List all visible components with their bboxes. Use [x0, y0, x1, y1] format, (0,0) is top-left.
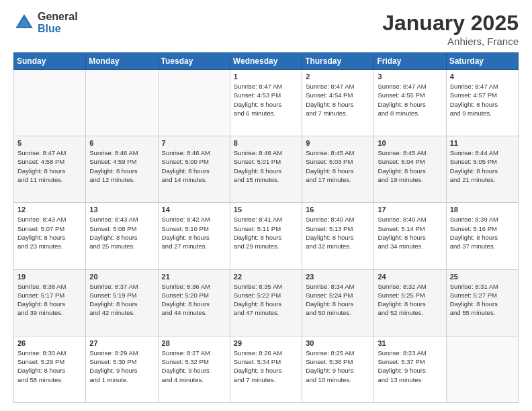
calendar-week-row: 12Sunrise: 8:43 AM Sunset: 5:07 PM Dayli… [14, 203, 519, 269]
day-info: Sunrise: 8:41 AM Sunset: 5:11 PM Dayligh… [234, 215, 298, 250]
day-number: 14 [162, 205, 226, 214]
day-number: 27 [89, 339, 154, 347]
table-row: 8Sunrise: 8:46 AM Sunset: 5:01 PM Daylig… [230, 136, 302, 203]
day-info: Sunrise: 8:46 AM Sunset: 5:01 PM Dayligh… [234, 148, 298, 184]
logo-text: General Blue [38, 11, 78, 34]
logo-general: General [38, 11, 78, 23]
day-info: Sunrise: 8:25 AM Sunset: 5:36 PM Dayligh… [306, 349, 370, 384]
day-info: Sunrise: 8:27 AM Sunset: 5:32 PM Dayligh… [162, 349, 226, 384]
table-row: 17Sunrise: 8:40 AM Sunset: 5:14 PM Dayli… [374, 203, 446, 269]
day-number: 7 [162, 139, 226, 147]
day-number: 22 [234, 273, 298, 281]
title-month: January 2025 [382, 11, 519, 36]
day-number: 18 [450, 205, 515, 214]
calendar-week-row: 1Sunrise: 8:47 AM Sunset: 4:53 PM Daylig… [14, 70, 519, 136]
day-info: Sunrise: 8:35 AM Sunset: 5:22 PM Dayligh… [234, 282, 298, 318]
table-row: 6Sunrise: 8:46 AM Sunset: 4:59 PM Daylig… [86, 136, 158, 203]
day-number: 24 [378, 273, 442, 281]
table-row: 13Sunrise: 8:43 AM Sunset: 5:08 PM Dayli… [86, 203, 158, 269]
table-row: 27Sunrise: 8:29 AM Sunset: 5:30 PM Dayli… [86, 336, 158, 402]
day-number: 31 [378, 339, 442, 347]
calendar-week-row: 5Sunrise: 8:47 AM Sunset: 4:58 PM Daylig… [14, 136, 519, 203]
day-info: Sunrise: 8:42 AM Sunset: 5:10 PM Dayligh… [162, 215, 226, 250]
day-number: 25 [450, 273, 515, 281]
day-info: Sunrise: 8:43 AM Sunset: 5:07 PM Dayligh… [17, 215, 82, 250]
day-info: Sunrise: 8:45 AM Sunset: 5:03 PM Dayligh… [306, 148, 370, 184]
logo-icon [13, 12, 35, 34]
day-info: Sunrise: 8:37 AM Sunset: 5:19 PM Dayligh… [89, 282, 154, 318]
table-row: 1Sunrise: 8:47 AM Sunset: 4:53 PM Daylig… [230, 70, 302, 136]
day-number: 29 [234, 339, 298, 347]
day-number: 1 [234, 73, 298, 81]
table-row: 15Sunrise: 8:41 AM Sunset: 5:11 PM Dayli… [230, 203, 302, 269]
day-number: 30 [306, 339, 370, 347]
day-number: 4 [450, 73, 515, 81]
day-number: 8 [234, 139, 298, 147]
table-row: 28Sunrise: 8:27 AM Sunset: 5:32 PM Dayli… [158, 336, 230, 402]
header: General Blue January 2025 Anhiers, Franc… [13, 11, 519, 47]
day-info: Sunrise: 8:36 AM Sunset: 5:20 PM Dayligh… [162, 282, 226, 318]
table-row [14, 70, 86, 136]
calendar-week-row: 26Sunrise: 8:30 AM Sunset: 5:29 PM Dayli… [14, 336, 519, 402]
day-info: Sunrise: 8:47 AM Sunset: 4:54 PM Dayligh… [306, 82, 370, 118]
day-info: Sunrise: 8:47 AM Sunset: 4:57 PM Dayligh… [450, 82, 515, 118]
table-row: 4Sunrise: 8:47 AM Sunset: 4:57 PM Daylig… [446, 70, 518, 136]
table-row: 7Sunrise: 8:46 AM Sunset: 5:00 PM Daylig… [158, 136, 230, 203]
day-info: Sunrise: 8:29 AM Sunset: 5:30 PM Dayligh… [89, 349, 154, 384]
day-number: 2 [306, 73, 370, 81]
logo: General Blue [13, 11, 78, 34]
table-row: 23Sunrise: 8:34 AM Sunset: 5:24 PM Dayli… [302, 269, 374, 336]
day-info: Sunrise: 8:26 AM Sunset: 5:34 PM Dayligh… [234, 349, 298, 384]
title-block: January 2025 Anhiers, France [382, 11, 519, 47]
table-row: 20Sunrise: 8:37 AM Sunset: 5:19 PM Dayli… [86, 269, 158, 336]
table-row: 24Sunrise: 8:32 AM Sunset: 5:25 PM Dayli… [374, 269, 446, 336]
day-number: 5 [17, 139, 82, 147]
day-number: 28 [162, 339, 226, 347]
table-row: 5Sunrise: 8:47 AM Sunset: 4:58 PM Daylig… [14, 136, 86, 203]
header-sunday: Sunday [14, 53, 86, 70]
day-info: Sunrise: 8:47 AM Sunset: 4:53 PM Dayligh… [234, 82, 298, 118]
day-number: 11 [450, 139, 515, 147]
day-number: 15 [234, 205, 298, 214]
day-info: Sunrise: 8:47 AM Sunset: 4:58 PM Dayligh… [17, 148, 82, 184]
day-info: Sunrise: 8:39 AM Sunset: 5:16 PM Dayligh… [450, 215, 515, 250]
header-saturday: Saturday [446, 53, 518, 70]
day-number: 20 [89, 273, 154, 281]
day-number: 6 [89, 139, 154, 147]
table-row: 30Sunrise: 8:25 AM Sunset: 5:36 PM Dayli… [302, 336, 374, 402]
day-info: Sunrise: 8:31 AM Sunset: 5:27 PM Dayligh… [450, 282, 515, 318]
header-friday: Friday [374, 53, 446, 70]
day-info: Sunrise: 8:45 AM Sunset: 5:04 PM Dayligh… [378, 148, 442, 184]
page: General Blue January 2025 Anhiers, Franc… [0, 0, 532, 411]
table-row: 16Sunrise: 8:40 AM Sunset: 5:13 PM Dayli… [302, 203, 374, 269]
day-number: 13 [89, 205, 154, 214]
day-number: 9 [306, 139, 370, 147]
day-info: Sunrise: 8:40 AM Sunset: 5:14 PM Dayligh… [378, 215, 442, 250]
header-tuesday: Tuesday [158, 53, 230, 70]
title-location: Anhiers, France [382, 36, 519, 47]
day-info: Sunrise: 8:46 AM Sunset: 5:00 PM Dayligh… [162, 148, 226, 184]
day-info: Sunrise: 8:32 AM Sunset: 5:25 PM Dayligh… [378, 282, 442, 318]
day-info: Sunrise: 8:47 AM Sunset: 4:55 PM Dayligh… [378, 82, 442, 118]
table-row [446, 336, 518, 402]
day-number: 12 [17, 205, 82, 214]
table-row: 14Sunrise: 8:42 AM Sunset: 5:10 PM Dayli… [158, 203, 230, 269]
day-info: Sunrise: 8:34 AM Sunset: 5:24 PM Dayligh… [306, 282, 370, 318]
table-row: 11Sunrise: 8:44 AM Sunset: 5:05 PM Dayli… [446, 136, 518, 203]
day-number: 19 [17, 273, 82, 281]
day-info: Sunrise: 8:23 AM Sunset: 5:37 PM Dayligh… [378, 349, 442, 384]
table-row: 12Sunrise: 8:43 AM Sunset: 5:07 PM Dayli… [14, 203, 86, 269]
day-number: 16 [306, 205, 370, 214]
day-info: Sunrise: 8:46 AM Sunset: 4:59 PM Dayligh… [89, 148, 154, 184]
header-monday: Monday [86, 53, 158, 70]
table-row: 18Sunrise: 8:39 AM Sunset: 5:16 PM Dayli… [446, 203, 518, 269]
day-number: 10 [378, 139, 442, 147]
day-number: 17 [378, 205, 442, 214]
table-row: 2Sunrise: 8:47 AM Sunset: 4:54 PM Daylig… [302, 70, 374, 136]
table-row: 26Sunrise: 8:30 AM Sunset: 5:29 PM Dayli… [14, 336, 86, 402]
table-row: 19Sunrise: 8:38 AM Sunset: 5:17 PM Dayli… [14, 269, 86, 336]
logo-blue: Blue [38, 23, 78, 35]
calendar-header-row: Sunday Monday Tuesday Wednesday Thursday… [14, 53, 519, 70]
day-number: 3 [378, 73, 442, 81]
day-info: Sunrise: 8:40 AM Sunset: 5:13 PM Dayligh… [306, 215, 370, 250]
